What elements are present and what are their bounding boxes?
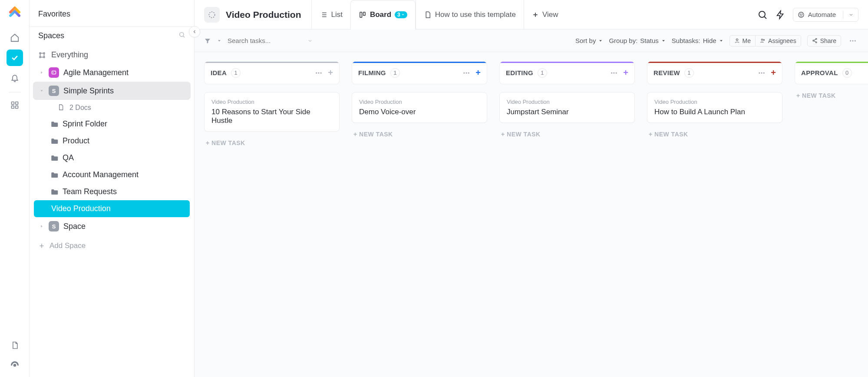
- board-toolbar: Sort by Group by: Status Subtasks: Hide …: [195, 30, 868, 52]
- docs-icon[interactable]: [7, 337, 23, 354]
- svg-rect-0: [11, 102, 14, 105]
- more-icon[interactable]: [847, 37, 858, 45]
- new-task-button[interactable]: + NEW TASK: [647, 131, 782, 138]
- chevron-down-icon[interactable]: [307, 38, 313, 43]
- folder-product[interactable]: Product: [33, 132, 191, 149]
- search-icon[interactable]: [178, 31, 186, 39]
- doc-icon: [57, 104, 65, 112]
- more-icon[interactable]: [315, 69, 323, 77]
- new-task-button[interactable]: + NEW TASK: [795, 92, 868, 99]
- filter-icon[interactable]: [204, 37, 211, 44]
- svg-line-38: [814, 41, 815, 42]
- new-task-button[interactable]: + NEW TASK: [352, 131, 487, 138]
- me-label: Me: [743, 37, 751, 44]
- folder-label: Sprint Folder: [63, 119, 107, 129]
- card-project: Video Production: [654, 99, 775, 105]
- view-list-tab[interactable]: List: [311, 0, 350, 29]
- sidebar: Favorites Spaces Everything Agile Manage…: [30, 0, 195, 377]
- add-card-button[interactable]: +: [771, 68, 776, 78]
- tasks-icon[interactable]: [7, 50, 23, 66]
- search-tasks[interactable]: [228, 37, 301, 44]
- board-badge: 3: [395, 11, 407, 18]
- chevron-down-icon[interactable]: [217, 39, 221, 43]
- add-card-button[interactable]: +: [623, 68, 628, 78]
- svg-rect-23: [363, 12, 365, 16]
- space-color-icon: [49, 67, 59, 78]
- app-logo[interactable]: [8, 6, 22, 20]
- search-input[interactable]: [228, 37, 301, 44]
- folder-account-management[interactable]: Account Management: [33, 166, 191, 183]
- task-card[interactable]: Video ProductionDemo Voice-over: [352, 92, 487, 123]
- space-label: Agile Management: [63, 68, 129, 77]
- new-task-button[interactable]: + NEW TASK: [204, 139, 340, 146]
- folder-qa[interactable]: QA: [33, 149, 191, 166]
- notifications-icon[interactable]: [7, 69, 23, 86]
- lane-header[interactable]: IDEA1+: [204, 62, 340, 84]
- caret-icon: [39, 224, 44, 228]
- new-task-button[interactable]: + NEW TASK: [499, 131, 635, 138]
- task-card[interactable]: Video Production10 Reasons to Start Your…: [204, 92, 340, 132]
- collapse-sidebar-button[interactable]: [189, 26, 200, 37]
- favorites-header[interactable]: Favorites: [30, 5, 194, 25]
- lane-header[interactable]: REVIEW1+: [647, 62, 782, 84]
- view-howto-tab[interactable]: How to use this template: [416, 0, 524, 29]
- lane-accent: [352, 62, 487, 63]
- add-space-label: Add Space: [50, 241, 86, 250]
- folder-team-requests[interactable]: Team Requests: [33, 183, 191, 200]
- svg-point-4: [13, 364, 16, 367]
- tab-label: Board: [370, 10, 391, 19]
- apps-icon[interactable]: [7, 97, 23, 113]
- caret-down-icon: [39, 89, 44, 93]
- add-card-button[interactable]: +: [475, 68, 481, 78]
- icon-rail: [0, 0, 30, 377]
- space-simple-sprints[interactable]: S Simple Sprints: [33, 82, 191, 100]
- svg-line-6: [183, 36, 185, 37]
- svg-point-31: [736, 39, 738, 40]
- svg-point-43: [318, 72, 320, 73]
- add-space-button[interactable]: Add Space: [30, 235, 194, 256]
- group-by-button[interactable]: Group by: Status: [609, 37, 665, 44]
- lane-count: 1: [390, 68, 400, 78]
- more-icon[interactable]: [462, 69, 470, 77]
- automate-button[interactable]: Automate: [793, 8, 858, 22]
- docs-item[interactable]: 2 Docs: [33, 100, 191, 116]
- lane-count: 1: [684, 68, 694, 78]
- home-icon[interactable]: [7, 30, 23, 46]
- sort-by-button[interactable]: Sort by: [575, 37, 603, 44]
- subtasks-button[interactable]: Subtasks: Hide: [672, 37, 723, 44]
- svg-point-46: [466, 72, 467, 73]
- search-icon[interactable]: [757, 10, 768, 20]
- lane-count: 1: [231, 68, 241, 78]
- add-card-button[interactable]: +: [328, 68, 333, 78]
- lane-header[interactable]: APPROVAL0+: [795, 62, 868, 84]
- svg-point-15: [209, 12, 215, 17]
- add-view-button[interactable]: View: [524, 0, 566, 29]
- lane-header[interactable]: EDITING1+: [499, 62, 635, 84]
- spaces-header[interactable]: Spaces: [30, 27, 194, 46]
- task-card[interactable]: Video ProductionHow to Build A Launch Pl…: [647, 92, 782, 123]
- space-agile-management[interactable]: Agile Management: [33, 63, 191, 82]
- view-board-tab[interactable]: Board 3: [350, 0, 416, 30]
- tab-label: How to use this template: [435, 10, 516, 19]
- everything-item[interactable]: Everything: [30, 46, 194, 63]
- more-icon[interactable]: [610, 69, 618, 77]
- group-value: Status: [640, 37, 659, 44]
- card-project: Video Production: [211, 99, 332, 105]
- svg-point-52: [761, 72, 762, 73]
- assignees-button[interactable]: Assignees: [756, 35, 801, 46]
- me-button[interactable]: Me: [729, 35, 756, 46]
- share-button[interactable]: Share: [807, 35, 841, 46]
- list-video-production[interactable]: Video Production: [34, 200, 190, 217]
- bolt-icon[interactable]: [776, 10, 785, 20]
- more-icon[interactable]: [758, 69, 766, 77]
- card-title: How to Build A Launch Plan: [654, 108, 775, 116]
- svg-line-27: [764, 17, 766, 19]
- lane-title: IDEA: [211, 69, 227, 76]
- folder-sprint-folder[interactable]: Sprint Folder: [33, 116, 191, 132]
- everything-icon: [38, 51, 46, 59]
- lane-header[interactable]: FILMING1+: [352, 62, 487, 84]
- space-space[interactable]: S Space: [33, 217, 191, 235]
- record-icon[interactable]: [7, 357, 23, 374]
- topbar: Video Production List Board 3 How to use…: [195, 0, 868, 30]
- task-card[interactable]: Video ProductionJumpstart Seminar: [499, 92, 635, 123]
